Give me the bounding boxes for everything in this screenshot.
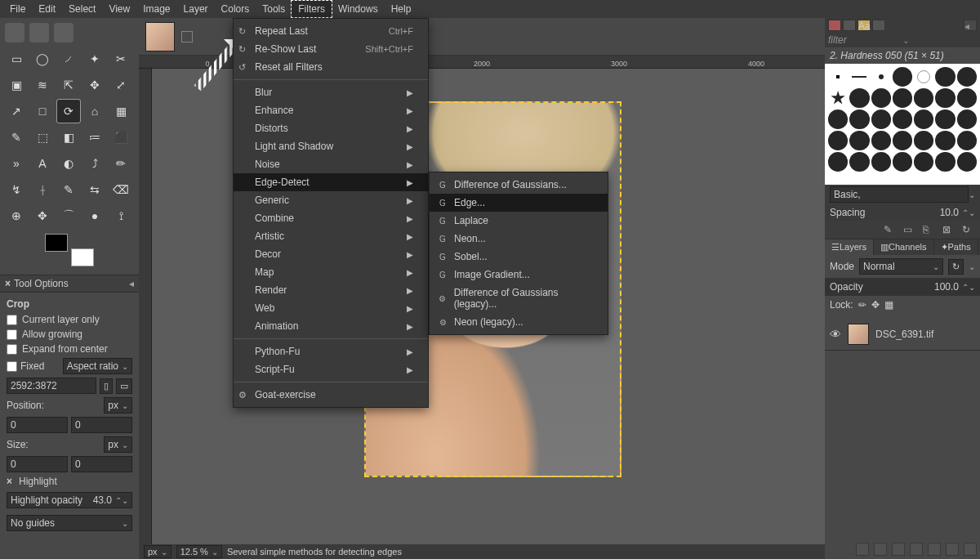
menu-help[interactable]: Help	[385, 1, 418, 17]
tool-29[interactable]: ⌫	[109, 178, 132, 201]
lock-position-icon[interactable]: ✥	[871, 299, 880, 311]
edge-item-laplace[interactable]: GLaplace	[430, 212, 608, 230]
opt-expand-center[interactable]: Expand from center	[7, 342, 132, 356]
tool-16[interactable]: ⬚	[31, 126, 54, 149]
highlight-toggle-icon[interactable]: ×	[7, 476, 12, 487]
layer-row[interactable]: 👁 DSC_6391.tif	[825, 319, 980, 350]
tool-32[interactable]: ⌒	[57, 204, 80, 227]
size-h[interactable]	[71, 456, 132, 472]
filters-group-artistic[interactable]: Artistic▶	[234, 227, 428, 245]
tool-33[interactable]: ●	[83, 204, 106, 227]
tool-2[interactable]: ⟋	[57, 47, 80, 70]
edge-item-neon-legacy-[interactable]: ⚙Neon (legacy)...	[430, 313, 608, 331]
layer-actions[interactable]	[856, 543, 977, 556]
portrait-icon[interactable]: ▯	[100, 378, 113, 394]
brush-filter[interactable]: filter	[828, 34, 902, 46]
tool-23[interactable]: ⤴	[83, 152, 106, 175]
filters-group-noise[interactable]: Noise▶	[234, 155, 428, 173]
menu-windows[interactable]: Windows	[332, 1, 385, 17]
tool-3[interactable]: ✦	[83, 47, 106, 70]
lock-pixels-icon[interactable]: ✏	[858, 299, 866, 311]
filters-group-distorts[interactable]: Distorts▶	[234, 119, 428, 137]
menu-tools[interactable]: Tools	[256, 1, 292, 17]
filters-extra-0[interactable]: ⚙Goat-exercise	[234, 386, 428, 404]
tool-25[interactable]: ↯	[5, 178, 28, 201]
aspect-value[interactable]	[7, 378, 96, 394]
edge-item-sobel-[interactable]: GSobel...	[430, 248, 608, 266]
tool-11[interactable]: □	[31, 100, 54, 123]
tab-paths[interactable]: ✦Paths	[934, 239, 978, 255]
tool-19[interactable]: ⬛	[109, 126, 132, 149]
opacity-slider[interactable]: Opacity100.0⌃⌄	[825, 278, 980, 296]
close-image-icon[interactable]	[181, 31, 193, 42]
fixed-checkbox[interactable]	[7, 361, 17, 372]
tool-15[interactable]: ✎	[5, 126, 28, 149]
fg-color[interactable]	[45, 234, 68, 252]
filters-group-edge-detect[interactable]: Edge-Detect▶	[234, 173, 428, 191]
filters-group-animation[interactable]: Animation▶	[234, 317, 428, 335]
edge-item-difference-of-gaussians-[interactable]: GDifference of Gaussians...	[430, 176, 608, 194]
brush-category[interactable]: Basic,	[830, 186, 969, 203]
zoom-dropdown[interactable]: 12.5 %⌄	[176, 545, 222, 558]
filters-group-generic[interactable]: Generic▶	[234, 191, 428, 209]
image-thumbnail[interactable]	[145, 22, 175, 51]
panel-menu-icon[interactable]: ◂	[129, 278, 134, 289]
tool-30[interactable]: ⊕	[5, 204, 28, 227]
color-swatches[interactable]	[45, 234, 94, 266]
tool-27[interactable]: ✎	[57, 178, 80, 201]
tab-layers[interactable]: ☰Layers	[825, 239, 874, 255]
filter-caret-icon[interactable]: ⌄	[902, 36, 977, 45]
menu-colors[interactable]: Colors	[215, 1, 256, 17]
tool-24[interactable]: ✏	[109, 152, 132, 175]
menu-file[interactable]: File	[3, 1, 32, 17]
tool-34[interactable]: ⟟	[109, 204, 132, 227]
edge-item-neon-[interactable]: GNeon...	[430, 230, 608, 248]
unit-dropdown[interactable]: px⌄	[144, 545, 172, 558]
tool-17[interactable]: ◧	[57, 126, 80, 149]
edge-item-image-gradient-[interactable]: GImage Gradient...	[430, 266, 608, 284]
tool-6[interactable]: ≋	[31, 74, 54, 96]
pos-unit[interactable]: px⌄	[104, 397, 132, 414]
tool-9[interactable]: ⤢	[109, 74, 132, 96]
menu-select[interactable]: Select	[62, 1, 102, 17]
tool-20[interactable]: »	[5, 152, 28, 175]
filters-group-decor[interactable]: Decor▶	[234, 245, 428, 263]
filters-script-0[interactable]: Python-Fu▶	[234, 342, 428, 360]
layer-name[interactable]: DSC_6391.tif	[875, 329, 933, 340]
aspect-dropdown[interactable]: Aspect ratio⌄	[63, 358, 132, 374]
tab-channels[interactable]: ▥Channels	[874, 239, 933, 255]
visibility-icon[interactable]: 👁	[830, 328, 841, 341]
filters-group-light-and-shadow[interactable]: Light and Shadow▶	[234, 137, 428, 155]
tool-1[interactable]: ◯	[31, 47, 54, 70]
opt-allow-growing[interactable]: Allow growing	[7, 327, 132, 342]
lock-alpha-icon[interactable]: ▦	[884, 299, 893, 311]
opt-current-layer[interactable]: Current layer only	[7, 312, 132, 327]
tool-13[interactable]: ⌂	[83, 100, 106, 123]
brush-actions[interactable]: ✎▭⎘⊠↻	[825, 221, 980, 239]
filters-group-blur[interactable]: Blur▶	[234, 83, 428, 101]
size-unit[interactable]: px⌄	[104, 436, 132, 453]
pos-x[interactable]	[7, 417, 68, 433]
mode-dropdown[interactable]: Normal⌄	[859, 258, 943, 275]
filters-script-1[interactable]: Script-Fu▶	[234, 360, 428, 378]
tool-5[interactable]: ▣	[5, 74, 28, 96]
tool-0[interactable]: ▭	[5, 47, 28, 70]
menu-edit[interactable]: Edit	[32, 1, 62, 17]
tool-14[interactable]: ▦	[109, 100, 132, 123]
spacing-value[interactable]: 10.0	[940, 207, 959, 218]
tool-22[interactable]: ◐	[57, 152, 80, 175]
bg-color[interactable]	[71, 248, 94, 266]
mode-reset-icon[interactable]: ↻	[948, 259, 964, 275]
close-icon[interactable]: ×	[5, 278, 11, 289]
tool-18[interactable]: ≔	[83, 126, 106, 149]
tool-28[interactable]: ⇆	[83, 178, 106, 201]
filters-top-2[interactable]: ↺Reset all Filters	[234, 58, 428, 76]
brush-grid[interactable]	[825, 64, 980, 185]
menu-layer[interactable]: Layer	[177, 1, 215, 17]
tool-21[interactable]: A	[31, 152, 54, 175]
menu-image[interactable]: Image	[136, 1, 176, 17]
filters-group-render[interactable]: Render▶	[234, 281, 428, 299]
tool-7[interactable]: ⇱	[57, 74, 80, 96]
tool-26[interactable]: ⟊	[31, 178, 54, 201]
brush-dock-tabs[interactable]: Aa◂	[825, 18, 980, 33]
